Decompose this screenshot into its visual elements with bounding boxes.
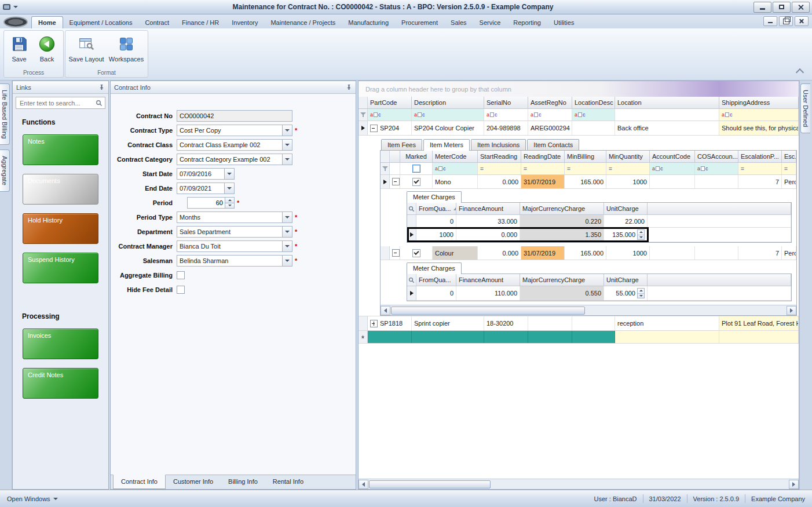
ribbon-tab-sales[interactable]: Sales bbox=[444, 17, 473, 28]
filter-cell-accountcode[interactable] bbox=[650, 163, 695, 174]
cell-location[interactable]: reception bbox=[615, 316, 719, 330]
tab-item-fees[interactable]: Item Fees bbox=[381, 139, 422, 150]
start-date-picker[interactable]: 07/09/2016 bbox=[177, 168, 235, 180]
cell-unitcharge[interactable]: 22.000 bbox=[604, 215, 648, 227]
close-button[interactable] bbox=[792, 2, 810, 13]
tab-meter-charges[interactable]: Meter Charges bbox=[407, 262, 462, 274]
new-cell-shippingaddress[interactable] bbox=[719, 331, 799, 343]
cell-financeamount[interactable]: 0.000 bbox=[456, 228, 520, 242]
column-header-metercode[interactable]: MeterCode bbox=[433, 151, 478, 162]
grid-horizontal-scrollbar[interactable] bbox=[359, 479, 799, 489]
cell-minbilling[interactable]: 165.000 bbox=[565, 175, 606, 188]
column-header-minbilling[interactable]: MinBilling bbox=[565, 151, 606, 162]
group-by-panel[interactable]: Drag a column header here to group by th… bbox=[359, 81, 799, 97]
chevron-down-icon[interactable] bbox=[224, 183, 234, 194]
child-close-button[interactable] bbox=[795, 16, 809, 26]
column-header-shippingaddress[interactable]: ShippingAddress bbox=[719, 97, 799, 108]
cell-esc[interactable]: Perc bbox=[782, 175, 796, 188]
cell-locationdesc[interactable] bbox=[572, 121, 615, 135]
cell-assetregno[interactable]: AREG000294 bbox=[528, 121, 572, 135]
filter-cell-startreading[interactable] bbox=[478, 163, 521, 174]
marked-filter-checkbox[interactable] bbox=[412, 165, 420, 173]
collapse-ribbon-icon[interactable] bbox=[796, 68, 804, 76]
save-button[interactable]: Save bbox=[6, 32, 32, 71]
filter-row-indicator[interactable] bbox=[359, 109, 368, 121]
cell-accountcode[interactable] bbox=[650, 246, 695, 260]
credit-notes-button[interactable]: Credit Notes bbox=[23, 368, 98, 399]
new-cell-serialno[interactable] bbox=[484, 331, 528, 343]
column-header-location[interactable]: Location bbox=[615, 97, 719, 108]
invoices-button[interactable]: Invoices bbox=[23, 329, 98, 359]
column-header-startreading[interactable]: StartReading bbox=[478, 151, 521, 162]
ribbon-tab-maintenance-projects[interactable]: Maintenance / Projects bbox=[264, 17, 342, 28]
column-header-assetregno[interactable]: AssetRegNo bbox=[528, 97, 572, 108]
cell-location[interactable]: Back office bbox=[615, 121, 719, 135]
scrollbar-thumb[interactable] bbox=[369, 480, 491, 488]
tab-item-meters[interactable]: Item Meters bbox=[423, 139, 470, 151]
filter-cell-serialno[interactable] bbox=[484, 109, 528, 121]
cell-majorcurrencycharge[interactable]: 1.350 bbox=[520, 228, 604, 242]
ribbon-tab-home[interactable]: Home bbox=[31, 16, 63, 28]
cell-esc[interactable]: Perc bbox=[782, 246, 796, 260]
chevron-down-icon[interactable] bbox=[282, 212, 292, 223]
cell-marked[interactable] bbox=[400, 175, 433, 188]
scroll-left-button[interactable] bbox=[381, 306, 390, 315]
ribbon-tab-manufacturing[interactable]: Manufacturing bbox=[342, 17, 395, 28]
cell-serialno[interactable]: 204-989898 bbox=[484, 121, 528, 135]
filter-cell-esc[interactable] bbox=[782, 163, 796, 174]
cell-cosaccount[interactable] bbox=[695, 175, 738, 188]
cell-unitcharge-editor[interactable]: 135.000 bbox=[604, 228, 648, 242]
tab-rental-info[interactable]: Rental Info bbox=[265, 475, 311, 489]
ribbon-tab-service[interactable]: Service bbox=[473, 17, 507, 28]
column-header-majorcurrencycharge[interactable]: MajorCurrencyCharge bbox=[520, 274, 604, 286]
cell-financeamount[interactable]: 110.000 bbox=[456, 286, 520, 300]
child-restore-button[interactable] bbox=[779, 16, 793, 26]
documents-button[interactable]: Documents bbox=[23, 174, 98, 205]
period-field[interactable] bbox=[188, 198, 225, 208]
ribbon-tab-procurement[interactable]: Procurement bbox=[395, 17, 444, 28]
aggregate-billing-checkbox[interactable] bbox=[177, 271, 185, 279]
meters-filter-indicator[interactable] bbox=[381, 163, 390, 174]
column-header-readingdate[interactable]: ReadingDate bbox=[521, 151, 565, 162]
column-header-serialno[interactable]: SerialNo bbox=[484, 97, 528, 108]
column-header-financeamount[interactable]: FinanceAmount bbox=[456, 274, 520, 286]
contract-manager-dropdown[interactable]: Bianca Du Toit bbox=[177, 240, 292, 252]
cell-metercode[interactable]: Colour bbox=[433, 246, 478, 260]
cell-readingdate[interactable]: 31/07/2019 bbox=[521, 246, 565, 260]
ribbon-tab-equipment-locations[interactable]: Equipment / Locations bbox=[63, 17, 139, 28]
filter-cell-escalationp[interactable] bbox=[738, 163, 782, 174]
cell-locationdesc[interactable] bbox=[572, 316, 615, 330]
cell-description[interactable]: SP204 Colour Copier bbox=[412, 121, 484, 135]
cell-startreading[interactable]: 0.000 bbox=[478, 246, 521, 260]
scrollbar-thumb[interactable] bbox=[391, 307, 585, 315]
tab-customer-info[interactable]: Customer Info bbox=[166, 475, 221, 489]
tab-meter-charges[interactable]: Meter Charges bbox=[407, 191, 462, 203]
cell-shippingaddress[interactable]: Should see this, for physical bbox=[719, 121, 799, 135]
cell-fromquantity[interactable]: 0 bbox=[416, 215, 456, 227]
chevron-down-icon[interactable] bbox=[282, 227, 292, 237]
ribbon-tab-finance-hr[interactable]: Finance / HR bbox=[175, 17, 225, 28]
filter-cell-readingdate[interactable] bbox=[521, 163, 565, 174]
column-header-locationdesc[interactable]: LocationDesc bbox=[572, 97, 615, 108]
save-layout-button[interactable]: Save Layout bbox=[68, 32, 105, 71]
chevron-down-icon[interactable] bbox=[282, 256, 292, 266]
cell-accountcode[interactable] bbox=[650, 175, 695, 188]
cell-escalationp[interactable]: 7 bbox=[738, 175, 782, 188]
quick-access-dropdown-icon[interactable] bbox=[13, 6, 18, 8]
cell-metercode[interactable]: Mono bbox=[433, 175, 478, 188]
department-dropdown[interactable]: Sales Department bbox=[177, 226, 292, 238]
filter-cell-minbilling[interactable] bbox=[565, 163, 606, 174]
tab-item-contacts[interactable]: Item Contacts bbox=[527, 139, 579, 150]
period-type-dropdown[interactable]: Months bbox=[177, 211, 292, 223]
expand-row-icon[interactable] bbox=[370, 320, 378, 327]
column-header-minquantity[interactable]: MinQuantity bbox=[606, 151, 650, 162]
cell-marked[interactable] bbox=[400, 246, 433, 260]
chevron-down-icon[interactable] bbox=[224, 169, 234, 179]
ribbon-tab-contract[interactable]: Contract bbox=[138, 17, 175, 28]
filter-cell-marked[interactable] bbox=[400, 163, 433, 174]
new-cell-locationdesc[interactable] bbox=[572, 331, 615, 343]
filter-cell-partcode[interactable] bbox=[368, 109, 412, 121]
contract-class-dropdown[interactable]: Contract Class Example 002 bbox=[177, 139, 292, 151]
cell-shippingaddress[interactable]: Plot 91 Leaf Road, Forest H bbox=[719, 316, 799, 330]
chevron-down-icon[interactable] bbox=[282, 125, 292, 136]
